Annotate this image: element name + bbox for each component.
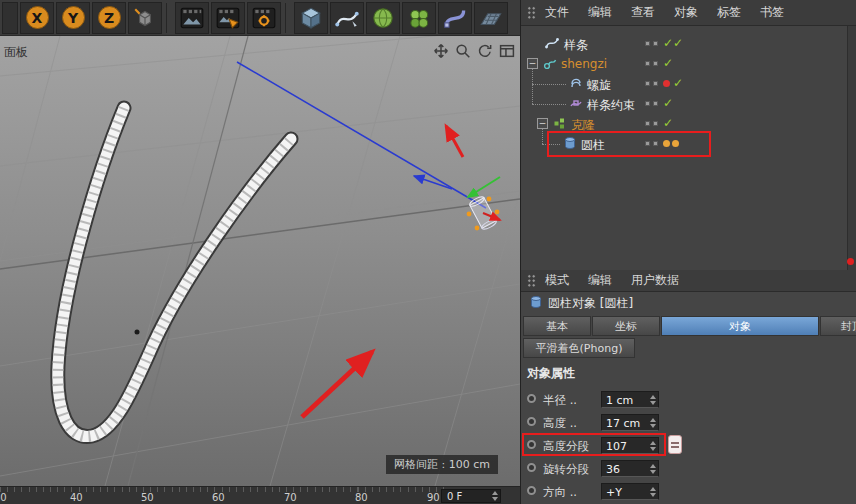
- height-segments-field[interactable]: 107: [601, 437, 659, 454]
- layer-square[interactable]: [645, 61, 650, 66]
- om-menu-edit[interactable]: 编辑: [588, 4, 612, 21]
- layer-square[interactable]: [653, 61, 658, 66]
- render-picture-viewer-button[interactable]: [211, 2, 245, 34]
- layer-square[interactable]: [645, 101, 650, 106]
- tab-coordinates[interactable]: 坐标: [592, 316, 660, 336]
- viewport-panel-menu[interactable]: 面板: [4, 44, 28, 61]
- frame-spinner[interactable]: [492, 491, 498, 501]
- keyframe-dot[interactable]: [527, 394, 536, 403]
- rotate-view-icon[interactable]: [477, 43, 493, 59]
- object-name[interactable]: 螺旋: [587, 77, 611, 94]
- attribute-object-title: 圆柱对象 [圆柱]: [521, 292, 856, 314]
- am-menu-edit[interactable]: 编辑: [588, 272, 612, 289]
- layer-square[interactable]: [645, 121, 650, 126]
- render-view-icon: [179, 5, 205, 31]
- enable-check-icon[interactable]: ✓: [673, 36, 683, 50]
- pan-view-icon[interactable]: [433, 43, 449, 59]
- om-menu-view[interactable]: 查看: [631, 4, 655, 21]
- lock-x-axis-button[interactable]: X: [20, 2, 54, 34]
- zoom-view-icon[interactable]: [455, 43, 471, 59]
- layer-square[interactable]: [645, 81, 650, 86]
- property-row-orientation: 方向 .. +Y: [521, 482, 856, 502]
- keyframe-dot[interactable]: [527, 440, 536, 449]
- spinner[interactable]: [650, 395, 656, 405]
- object-name[interactable]: shengzi: [561, 57, 607, 71]
- keyframe-dot[interactable]: [527, 486, 536, 495]
- floor-button[interactable]: [474, 2, 508, 34]
- helix-icon: [569, 76, 585, 92]
- subdivision-surface-button[interactable]: [366, 2, 400, 34]
- am-menu-mode[interactable]: 模式: [545, 272, 569, 289]
- object-name[interactable]: 样条: [564, 37, 588, 54]
- enable-check-icon[interactable]: ✓: [663, 96, 673, 110]
- orange-status-dot[interactable]: [663, 140, 670, 147]
- freehand-spline-button[interactable]: [330, 2, 364, 34]
- om-menu-objects[interactable]: 对象: [674, 4, 698, 21]
- panel-grip-icon[interactable]: [527, 6, 536, 19]
- layer-square[interactable]: [653, 141, 658, 146]
- object-name[interactable]: 样条约束: [587, 97, 635, 114]
- object-name[interactable]: 圆柱: [581, 137, 605, 154]
- height-field[interactable]: 17 cm: [601, 414, 659, 431]
- enable-check-icon[interactable]: ✓: [663, 56, 673, 70]
- object-name[interactable]: 克隆: [571, 117, 595, 134]
- viewport-3d[interactable]: 面板 网格间距 : 100 cm: [0, 36, 520, 486]
- keyframe-dot[interactable]: [527, 417, 536, 426]
- layer-square[interactable]: [645, 141, 650, 146]
- om-scrollbar[interactable]: [847, 26, 856, 270]
- render-settings-button[interactable]: [247, 2, 281, 34]
- coordinate-system-button[interactable]: [128, 2, 162, 34]
- toolbar-separator: [166, 3, 171, 33]
- tree-row-spline[interactable]: 样条 ✓ ✓: [521, 34, 847, 54]
- layer-square[interactable]: [645, 41, 650, 46]
- keyframe-dot[interactable]: [527, 463, 536, 472]
- radius-field[interactable]: 1 cm: [601, 391, 659, 408]
- tree-row-helix[interactable]: 螺旋 ✓: [521, 74, 847, 94]
- panel-grip-icon[interactable]: [527, 274, 536, 287]
- layer-square[interactable]: [653, 121, 658, 126]
- lock-y-axis-button[interactable]: Y: [56, 2, 90, 34]
- spinner[interactable]: [650, 441, 656, 451]
- lock-z-axis-button[interactable]: Z: [92, 2, 126, 34]
- add-cube-button[interactable]: [294, 2, 328, 34]
- tree-row-shengzi[interactable]: − shengzi ✓: [521, 54, 847, 74]
- layer-square[interactable]: [653, 41, 658, 46]
- orange-status-dot[interactable]: [672, 140, 679, 147]
- tree-row-spline-wrap[interactable]: 样条约束 ✓: [521, 94, 847, 114]
- tab-object[interactable]: 对象: [661, 316, 819, 336]
- cylinder-icon: [529, 295, 545, 311]
- dropdown-arrows-icon[interactable]: [650, 487, 656, 497]
- layer-square[interactable]: [653, 101, 658, 106]
- timeline-ruler[interactable]: 30 40 50 60 70 80 90 0 F: [0, 486, 520, 504]
- layer-square[interactable]: [653, 81, 658, 86]
- deformer-button[interactable]: [438, 2, 472, 34]
- om-menu-tags[interactable]: 标签: [717, 4, 741, 21]
- spinner[interactable]: [650, 464, 656, 474]
- rotation-segments-field[interactable]: 36: [601, 460, 659, 477]
- cloner-button[interactable]: [402, 2, 436, 34]
- tab-caps[interactable]: 封顶: [820, 316, 856, 336]
- red-status-dot[interactable]: [663, 80, 670, 87]
- om-menu-file[interactable]: 文件: [545, 4, 569, 21]
- collapse-expander-icon[interactable]: −: [537, 118, 548, 129]
- tree-row-cylinder[interactable]: 圆柱: [521, 134, 847, 154]
- cinema4d-window: X Y Z: [0, 0, 856, 504]
- enable-check-icon[interactable]: ✓: [673, 76, 683, 90]
- tab-basic[interactable]: 基本: [523, 316, 591, 336]
- orientation-dropdown[interactable]: +Y: [601, 483, 659, 500]
- clipped-tool-button[interactable]: [2, 2, 18, 34]
- spinner[interactable]: [650, 418, 656, 428]
- collapse-expander-icon[interactable]: −: [527, 58, 538, 69]
- tree-row-cloner[interactable]: − 克隆 ✓: [521, 114, 847, 134]
- render-view-button[interactable]: [175, 2, 209, 34]
- timeline-tick-label: 50: [141, 492, 154, 503]
- current-frame-field[interactable]: 0 F: [441, 489, 501, 503]
- enable-check-icon[interactable]: ✓: [663, 36, 673, 50]
- enable-check-icon[interactable]: ✓: [663, 116, 673, 130]
- tab-phong-shading[interactable]: 平滑着色(Phong): [523, 338, 635, 358]
- om-menu-bookmarks[interactable]: 书签: [760, 4, 784, 21]
- toggle-view-icon[interactable]: [499, 43, 515, 59]
- viewport-nav-controls: [433, 43, 515, 59]
- z-axis-label: Z: [98, 6, 121, 29]
- am-menu-userdata[interactable]: 用户数据: [631, 272, 679, 289]
